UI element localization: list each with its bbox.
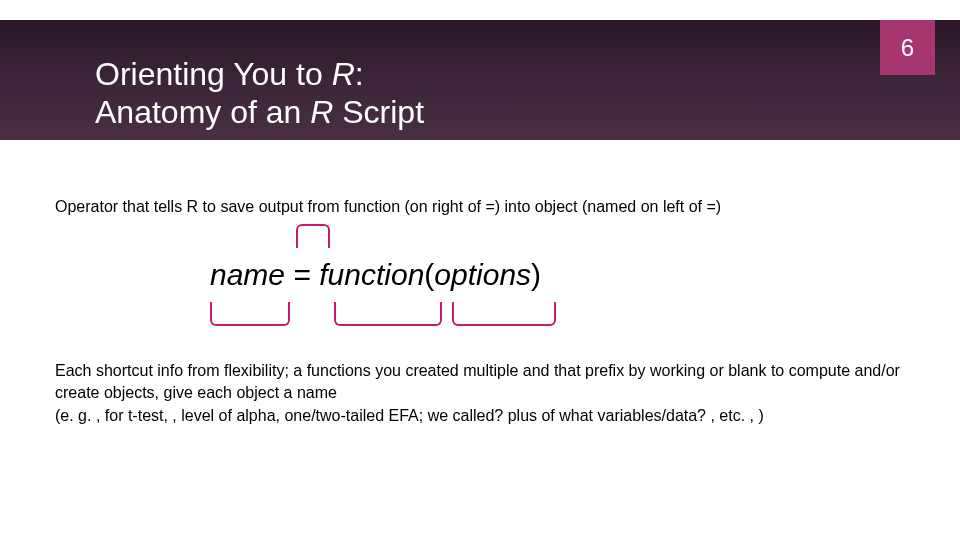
slide-title: Orienting You to R: Anatomy of an R Scri… bbox=[95, 55, 424, 132]
description-line1: Each shortcut info from flexibility; a f… bbox=[55, 360, 905, 405]
bracket-function bbox=[334, 302, 442, 326]
operator-description: Operator that tells R to save output fro… bbox=[55, 198, 721, 216]
code-paren-close: ) bbox=[531, 258, 541, 291]
title-line2-italic: R bbox=[310, 94, 333, 130]
code-options: options bbox=[434, 258, 531, 291]
bracket-equals bbox=[296, 224, 330, 248]
code-function: function bbox=[319, 258, 424, 291]
description-line2: (e. g. , for t-test, , level of alpha, o… bbox=[55, 405, 905, 427]
code-equals: = bbox=[285, 258, 319, 291]
title-line2-part1: Anatomy of an bbox=[95, 94, 310, 130]
code-paren-open: ( bbox=[424, 258, 434, 291]
code-expression: name = function(options) bbox=[210, 258, 541, 292]
bracket-options bbox=[452, 302, 556, 326]
page-number: 6 bbox=[901, 34, 914, 62]
title-line1-part1: Orienting You to bbox=[95, 56, 332, 92]
page-number-badge: 6 bbox=[880, 20, 935, 75]
title-line1-part3: : bbox=[355, 56, 364, 92]
bracket-name bbox=[210, 302, 290, 326]
title-line1-italic: R bbox=[332, 56, 355, 92]
title-line2-part3: Script bbox=[333, 94, 424, 130]
code-name: name bbox=[210, 258, 285, 291]
description-block: Each shortcut info from flexibility; a f… bbox=[55, 360, 905, 427]
